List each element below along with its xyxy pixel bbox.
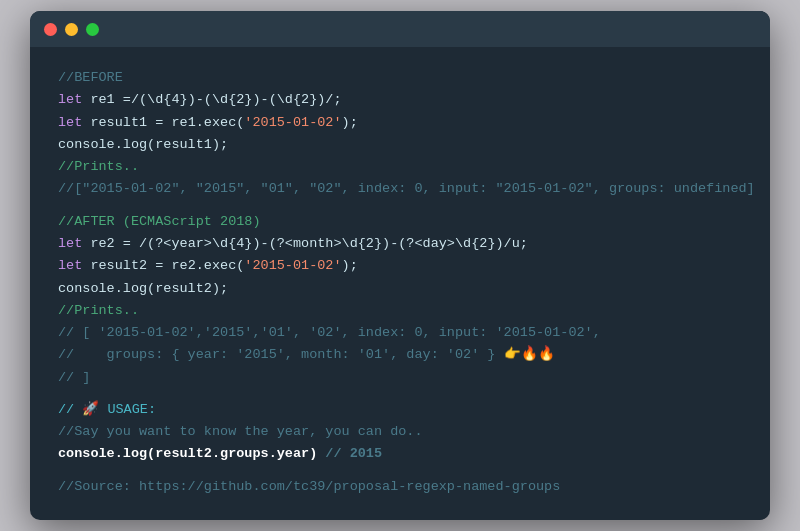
line-groups-year: console.log(result2.groups.year) // 2015 — [58, 443, 742, 465]
line-output1: //["2015-01-02", "2015", "01", "02", ind… — [58, 178, 742, 200]
line-source: //Source: https://github.com/tc39/propos… — [58, 476, 742, 498]
line-console1: console.log(result1); — [58, 134, 742, 156]
line-re1: let re1 =/(\d{4})-(\d{2})-(\d{2})/; — [58, 89, 742, 111]
line-before-comment: //BEFORE — [58, 67, 742, 89]
line-usage: // 🚀 USAGE: — [58, 399, 742, 421]
minimize-button[interactable] — [65, 23, 78, 36]
maximize-button[interactable] — [86, 23, 99, 36]
code-content: //BEFORE let re1 =/(\d{4})-(\d{2})-(\d{2… — [30, 47, 770, 520]
code-window: //BEFORE let re1 =/(\d{4})-(\d{2})-(\d{2… — [30, 11, 770, 520]
line-array1: // [ '2015-01-02','2015','01', '02', ind… — [58, 322, 742, 344]
line-prints1: //Prints.. — [58, 156, 742, 178]
titlebar — [30, 11, 770, 47]
line-re2: let re2 = /(?<year>\d{4})-(?<month>\d{2}… — [58, 233, 742, 255]
line-result1: let result1 = re1.exec('2015-01-02'); — [58, 112, 742, 134]
line-say: //Say you want to know the year, you can… — [58, 421, 742, 443]
line-after-comment: //AFTER (ECMAScript 2018) — [58, 211, 742, 233]
line-prints2: //Prints.. — [58, 300, 742, 322]
line-console2: console.log(result2); — [58, 278, 742, 300]
close-button[interactable] — [44, 23, 57, 36]
line-array2: // groups: { year: '2015', month: '01', … — [58, 344, 742, 366]
line-result2: let result2 = re2.exec('2015-01-02'); — [58, 255, 742, 277]
line-array-close: // ] — [58, 367, 742, 389]
